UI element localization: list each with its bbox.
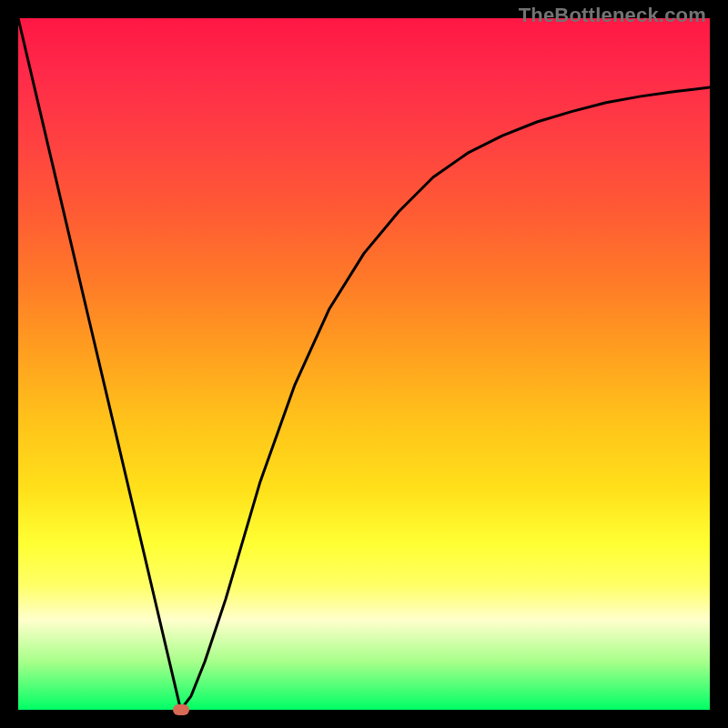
plot-area xyxy=(18,18,710,710)
highlight-marker xyxy=(173,704,189,715)
chart-frame: TheBottleneck.com xyxy=(0,0,728,728)
watermark-text: TheBottleneck.com xyxy=(519,4,706,27)
